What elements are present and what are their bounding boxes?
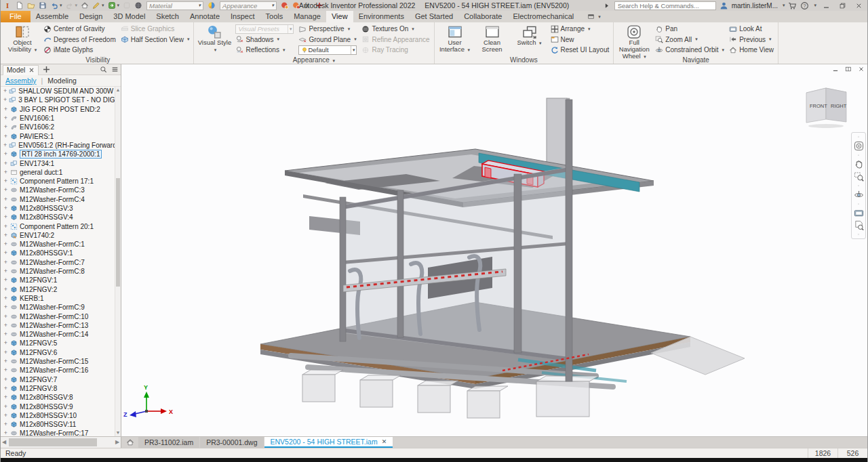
tree-item-m12x80hssgv-9[interactable]: +M12x80HSSGV:9 (1, 402, 115, 411)
ribbon-tab-collaborate[interactable]: Collaborate (458, 11, 507, 22)
expander-icon[interactable]: + (3, 214, 8, 220)
look-at-button[interactable]: Look At (728, 24, 775, 35)
object-visibility-button[interactable]: Object Visibility ▾ (5, 23, 40, 55)
half-section-view-button[interactable]: Half Section View▾ (119, 35, 191, 45)
browser-subtab-modeling[interactable]: Modeling (47, 77, 77, 85)
username[interactable]: martin.listerM... (732, 2, 778, 9)
tree-item-component-pattern-20-1[interactable]: +Component Pattern 20:1 (1, 222, 115, 230)
expander-icon[interactable]: + (3, 394, 8, 400)
ribbon-tab-environments[interactable]: Environments (353, 11, 410, 22)
navbar-nav-wheel-icon[interactable] (854, 141, 864, 151)
expander-icon[interactable]: + (3, 377, 8, 383)
ribbon-tab-get-started[interactable]: Get Started (410, 11, 458, 22)
tree-item-jig-for-rh-post-end-2[interactable]: +JIG FOR RH POST END:2 (1, 105, 115, 114)
expander-icon[interactable]: + (3, 322, 8, 329)
ribbon-tab-view[interactable]: View (326, 11, 353, 22)
expander-icon[interactable]: + (3, 169, 8, 175)
expander-icon[interactable]: + (3, 340, 8, 346)
expander-icon[interactable]: + (3, 259, 8, 266)
close-panel-icon[interactable] (28, 67, 35, 73)
home-button[interactable] (79, 0, 90, 11)
home-view-button[interactable]: Home View (728, 45, 775, 56)
browser-horizontal-scrollbar[interactable]: ◀ ▶ (1, 437, 121, 448)
switch-button[interactable]: Switch ▾ (512, 23, 547, 55)
browser-subtab-assembly[interactable]: Assembly (5, 77, 37, 85)
navbar-zoom-selected-icon[interactable] (854, 220, 864, 230)
degrees-of-freedom-button[interactable]: Degrees of Freedom (42, 35, 117, 45)
shadows-button[interactable]: Shadows▾ (234, 35, 295, 45)
tree-item-m12fngv-5[interactable]: +M12FNGV:5 (1, 339, 115, 348)
tree-item-m12washer-formc-13[interactable]: +M12Washer-FormC:13 (1, 321, 115, 330)
expander-icon[interactable]: + (3, 268, 8, 274)
tree-item-m12washer-formc-8[interactable]: +M12Washer-FormC:8 (1, 267, 115, 276)
scroll-right-icon[interactable]: ▶ (114, 437, 121, 448)
tree-item-m12x80hssgv-11[interactable]: +M12x80HSSGV:11 (1, 420, 115, 429)
tree-item-m12washer-formc-1[interactable]: +M12Washer-FormC:1 (1, 240, 115, 249)
expander-icon[interactable]: + (3, 430, 8, 436)
previous-button[interactable]: Previous▾ (728, 35, 775, 45)
tree-item-m12washer-formc-3[interactable]: +M12Washer-FormC:3 (1, 186, 115, 194)
update-button[interactable]: ▾ (106, 0, 121, 11)
open-folder-button[interactable] (26, 0, 37, 11)
user-menu-caret-icon[interactable]: ▾ (783, 3, 785, 8)
ribbon-tab-tools[interactable]: Tools (260, 11, 289, 22)
new-file-button[interactable] (14, 0, 25, 11)
expander-icon[interactable]: + (3, 295, 8, 301)
minimize-button[interactable] (820, 2, 833, 9)
expander-icon[interactable]: + (3, 115, 8, 121)
center-of-gravity-button[interactable]: Center of Gravity (42, 24, 117, 35)
expander-icon[interactable]: + (3, 358, 8, 364)
save-button[interactable] (37, 0, 48, 11)
refine-appearance-button[interactable]: Refine Appearance (360, 35, 431, 45)
tree-item-component-pattern-17-1[interactable]: +Component Pattern 17:1 (1, 177, 115, 186)
textures-on-button[interactable]: Textures On▾ (360, 24, 431, 35)
expander-icon[interactable]: + (3, 151, 8, 157)
expander-icon[interactable]: + (3, 331, 8, 337)
document-tab-pr3-00001-dwg[interactable]: PR3-00001.dwg (200, 437, 263, 448)
navbar-pan-hand-icon[interactable] (854, 159, 864, 169)
appearance-sphere-button[interactable] (206, 0, 217, 11)
expander-icon[interactable]: + (3, 178, 8, 184)
document-restore-icon[interactable] (845, 66, 852, 72)
expander-icon[interactable]: + (3, 350, 8, 356)
close-tab-icon[interactable]: ✕ (382, 438, 387, 445)
tree-item-env0561-2-rh-facing-forwards[interactable]: +ENV0561:2 (RH-Facing Forwards) (1, 141, 115, 150)
ribbon-tab-assemble[interactable]: Assemble (31, 11, 74, 22)
tree-item-m12washer-formc-10[interactable]: +M12Washer-FormC:10 (1, 312, 115, 320)
expander-icon[interactable]: + (3, 88, 7, 94)
new-button[interactable]: New (549, 35, 611, 45)
tree-item-rti-28-inch-14769-2000-1[interactable]: +RTI 28 inch 14769-2000:1 (1, 150, 115, 159)
expander-icon[interactable]: + (3, 367, 8, 373)
tree-item-3-bay-l-spigot-set-no-digital-1[interactable]: +3 BAY L SPIGOT SET - NO DIGITAL:1 (1, 96, 115, 104)
expander-icon[interactable]: + (3, 404, 8, 410)
default-dropdown[interactable]: Default▾ (298, 45, 357, 55)
material-dropdown[interactable]: Material▾ (146, 1, 203, 10)
inventor-logo-button[interactable]: I (3, 0, 14, 11)
zoom-all-button[interactable]: Zoom All▾ (654, 35, 726, 45)
help-menu-caret-icon[interactable]: ▾ (814, 3, 816, 8)
expander-icon[interactable]: + (3, 232, 8, 238)
tree-item-m12fngv-2[interactable]: +M12FNGV:2 (1, 285, 115, 294)
document-tab-env5200-54-high-street-iam[interactable]: ENV5200 - 54 HIGH STREET.iam✕ (264, 437, 393, 448)
expander-icon[interactable]: + (3, 124, 8, 130)
tree-item-m12x80hssgv-10[interactable]: +M12x80HSSGV:10 (1, 411, 115, 420)
tree-item-m12washer-formc-17[interactable]: +M12Washer-FormC:17 (1, 429, 115, 436)
appearance-dropdown[interactable]: Appearance▾ (220, 1, 277, 10)
navbar-zoom-window-icon[interactable] (854, 171, 864, 182)
navbar-look-at-icon[interactable] (854, 208, 864, 218)
ribbon-tab-sketch[interactable]: Sketch (151, 11, 184, 22)
imate-glyphs-button[interactable]: iMate Glyphs (42, 45, 117, 56)
expander-icon[interactable]: + (3, 241, 8, 247)
expander-icon[interactable]: + (3, 314, 8, 320)
viewport-3d[interactable]: Y X Z (121, 64, 867, 436)
clean-screen-button[interactable]: Clean Screen (475, 23, 510, 55)
expander-icon[interactable]: + (3, 304, 8, 310)
ribbon-tab-annotate[interactable]: Annotate (184, 11, 225, 22)
pan-button[interactable]: Pan (654, 24, 726, 35)
tree-item-env1606-2[interactable]: +ENV1606:2 (1, 123, 115, 131)
tree-item-env1734-1[interactable]: +ENV1734:1 (1, 159, 115, 167)
constrained-orbit-button[interactable]: Constrained Orbit▾ (654, 45, 726, 56)
expander-icon[interactable]: + (3, 187, 8, 193)
restore-button[interactable] (836, 2, 849, 9)
sketch-button[interactable]: ▾ (91, 0, 106, 11)
